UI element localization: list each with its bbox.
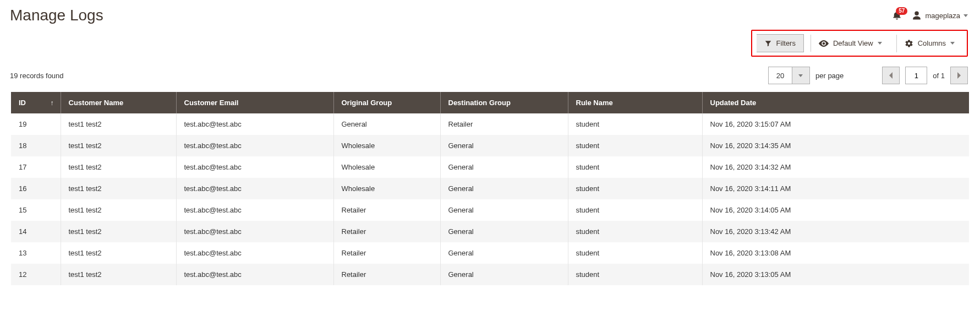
prev-page-button[interactable] (882, 67, 900, 84)
cell-customer-name: test1 test2 (61, 156, 176, 178)
table-row[interactable]: 14test1 test2test.abc@test.abcRetailerGe… (11, 221, 969, 242)
col-label: ID (19, 99, 26, 107)
col-label: Rule Name (576, 99, 613, 107)
table-row[interactable]: 19test1 test2test.abc@test.abcGeneralRet… (11, 113, 969, 135)
page-title: Manage Logs (10, 7, 103, 24)
cell-original-group: Retailer (333, 264, 440, 285)
cell-destination-group: General (440, 221, 568, 242)
cell-customer-name: test1 test2 (61, 178, 176, 199)
chevron-down-icon (950, 42, 955, 45)
cell-updated-date: Nov 16, 2020 3:14:05 AM (702, 199, 969, 221)
col-updated-date[interactable]: Updated Date (702, 92, 969, 113)
sort-asc-icon: ↑ (51, 99, 54, 107)
cell-destination-group: General (440, 135, 568, 156)
account-menu[interactable]: mageplaza (912, 10, 968, 20)
table-row[interactable]: 17test1 test2test.abc@test.abcWholesaleG… (11, 156, 969, 178)
account-area: 57 mageplaza (892, 10, 968, 20)
default-view-label: Default View (833, 39, 873, 47)
cell-destination-group: General (440, 156, 568, 178)
pager: per page of 1 (768, 67, 968, 84)
col-destination-group[interactable]: Destination Group (440, 92, 568, 113)
notifications-button[interactable]: 57 (892, 10, 902, 20)
filters-button[interactable]: Filters (757, 34, 804, 52)
cell-id: 18 (11, 135, 61, 156)
logs-table: ID ↑ Customer Name Customer Email Origin… (11, 92, 969, 285)
cell-rule-name: student (568, 264, 702, 285)
col-original-group[interactable]: Original Group (333, 92, 440, 113)
cell-id: 19 (11, 113, 61, 135)
next-page-button[interactable] (950, 67, 968, 84)
col-label: Destination Group (448, 99, 511, 107)
cell-original-group: Wholesale (333, 156, 440, 178)
chevron-right-icon (957, 72, 961, 79)
cell-updated-date: Nov 16, 2020 3:13:42 AM (702, 221, 969, 242)
col-label: Customer Name (69, 99, 124, 107)
cell-customer-name: test1 test2 (61, 199, 176, 221)
cell-destination-group: General (440, 242, 568, 264)
cell-original-group: Retailer (333, 221, 440, 242)
cell-rule-name: student (568, 113, 702, 135)
grid-toolbox: Filters Default View Columns (751, 30, 968, 57)
cell-updated-date: Nov 16, 2020 3:15:07 AM (702, 113, 969, 135)
notification-count-badge: 57 (896, 7, 907, 15)
cell-customer-email: test.abc@test.abc (176, 264, 333, 285)
cell-customer-name: test1 test2 (61, 135, 176, 156)
per-page-input[interactable] (768, 67, 792, 84)
cell-destination-group: General (440, 199, 568, 221)
per-page-toggle[interactable] (792, 67, 810, 84)
controls-row: 19 records found per page of 1 (0, 57, 980, 92)
table-row[interactable]: 16test1 test2test.abc@test.abcWholesaleG… (11, 178, 969, 199)
cell-customer-name: test1 test2 (61, 242, 176, 264)
table-row[interactable]: 13test1 test2test.abc@test.abcRetailerGe… (11, 242, 969, 264)
col-customer-email[interactable]: Customer Email (176, 92, 333, 113)
cell-customer-email: test.abc@test.abc (176, 113, 333, 135)
account-name: mageplaza (925, 12, 960, 20)
col-id[interactable]: ID ↑ (11, 92, 61, 113)
col-customer-name[interactable]: Customer Name (61, 92, 176, 113)
cell-destination-group: General (440, 264, 568, 285)
pager-nav: of 1 (882, 67, 968, 84)
cell-customer-email: test.abc@test.abc (176, 135, 333, 156)
table-row[interactable]: 12test1 test2test.abc@test.abcRetailerGe… (11, 264, 969, 285)
page-header: Manage Logs 57 mageplaza (0, 0, 980, 28)
eye-icon (819, 40, 829, 47)
table-header: ID ↑ Customer Name Customer Email Origin… (11, 92, 969, 113)
cell-id: 17 (11, 156, 61, 178)
cell-customer-email: test.abc@test.abc (176, 178, 333, 199)
user-icon (912, 10, 922, 20)
cell-customer-name: test1 test2 (61, 264, 176, 285)
cell-customer-name: test1 test2 (61, 113, 176, 135)
chevron-down-icon (878, 42, 882, 45)
cell-customer-email: test.abc@test.abc (176, 221, 333, 242)
cell-updated-date: Nov 16, 2020 3:14:35 AM (702, 135, 969, 156)
cell-destination-group: Retailer (440, 113, 568, 135)
columns-label: Columns (918, 39, 946, 47)
cell-rule-name: student (568, 242, 702, 264)
cell-customer-email: test.abc@test.abc (176, 242, 333, 264)
cell-rule-name: student (568, 199, 702, 221)
cell-id: 15 (11, 199, 61, 221)
cell-id: 16 (11, 178, 61, 199)
default-view-button[interactable]: Default View (811, 35, 890, 52)
cell-original-group: Retailer (333, 199, 440, 221)
col-label: Original Group (342, 99, 392, 107)
col-rule-name[interactable]: Rule Name (568, 92, 702, 113)
cell-id: 12 (11, 264, 61, 285)
table-row[interactable]: 18test1 test2test.abc@test.abcWholesaleG… (11, 135, 969, 156)
chevron-left-icon (889, 72, 893, 79)
cell-destination-group: General (440, 178, 568, 199)
cell-updated-date: Nov 16, 2020 3:14:11 AM (702, 178, 969, 199)
cell-customer-email: test.abc@test.abc (176, 156, 333, 178)
cell-original-group: Wholesale (333, 178, 440, 199)
chevron-down-icon (963, 14, 968, 17)
chevron-down-icon (798, 74, 803, 77)
cell-updated-date: Nov 16, 2020 3:13:08 AM (702, 242, 969, 264)
gear-icon (905, 39, 913, 48)
cell-customer-email: test.abc@test.abc (176, 199, 333, 221)
funnel-icon (764, 40, 772, 47)
table-row[interactable]: 15test1 test2test.abc@test.abcRetailerGe… (11, 199, 969, 221)
table-body: 19test1 test2test.abc@test.abcGeneralRet… (11, 113, 969, 285)
col-label: Customer Email (184, 99, 239, 107)
page-input[interactable] (905, 67, 927, 84)
columns-button[interactable]: Columns (896, 35, 962, 52)
